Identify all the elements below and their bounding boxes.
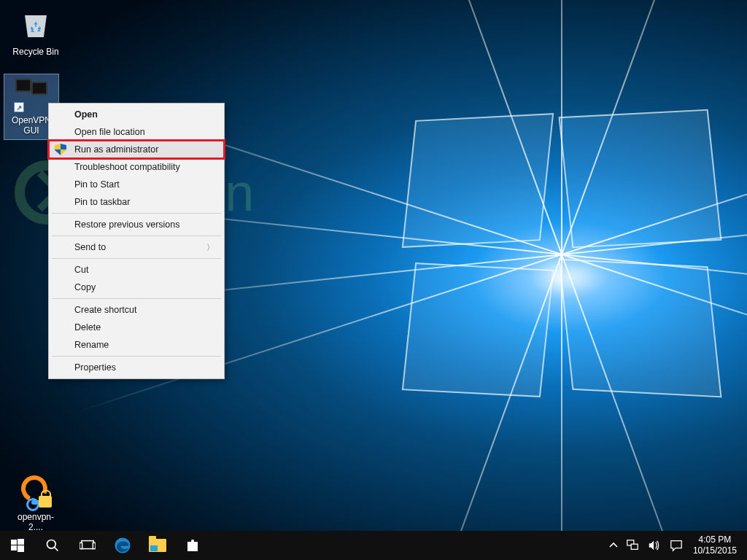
menu-separator <box>52 236 221 236</box>
menu-item-delete[interactable]: Delete <box>51 319 222 336</box>
wallpaper-pane <box>559 109 722 249</box>
menu-item-rename[interactable]: Rename <box>51 336 222 354</box>
menu-item-label: Properties <box>74 362 116 373</box>
store-icon <box>185 538 200 553</box>
menu-item-create-shortcut[interactable]: Create shortcut <box>51 301 222 319</box>
menu-item-label: Send to <box>74 242 106 252</box>
desktop-icon-label: Recycle Bin <box>10 47 61 57</box>
taskbar-app-file-explorer[interactable] <box>140 531 175 560</box>
svg-rect-0 <box>11 540 17 545</box>
task-view-button[interactable] <box>70 531 105 560</box>
desktop-icon-label: openvpn-2.... <box>10 512 61 533</box>
menu-separator <box>52 213 221 214</box>
menu-item-open[interactable]: Open <box>51 106 222 123</box>
menu-separator <box>52 298 221 299</box>
action-center-icon <box>670 539 683 552</box>
menu-item-label: Open <box>74 109 98 120</box>
menu-item-pin-start[interactable]: Pin to Start <box>51 176 222 193</box>
menu-item-properties[interactable]: Properties <box>51 359 222 376</box>
taskbar-app-edge[interactable] <box>105 531 140 560</box>
menu-item-label: Copy <box>74 282 96 292</box>
sound-icon <box>648 539 661 552</box>
svg-rect-3 <box>18 545 24 552</box>
svg-point-4 <box>47 540 56 549</box>
task-view-icon <box>80 539 96 552</box>
menu-item-label: Run as administrator <box>74 144 158 155</box>
svg-rect-8 <box>93 542 96 548</box>
taskbar-spacer <box>210 531 605 560</box>
recycle-bin-icon <box>18 9 53 44</box>
tray-action-center-button[interactable] <box>665 539 687 552</box>
taskbar-clock[interactable]: 4:05 PM 10/15/2015 <box>687 534 743 556</box>
uac-shield-icon <box>55 144 66 155</box>
tray-network-button[interactable] <box>622 539 643 552</box>
menu-item-pin-taskbar[interactable]: Pin to taskbar <box>51 193 222 211</box>
menu-item-copy[interactable]: Copy <box>51 279 222 296</box>
taskbar-app-store[interactable] <box>175 531 210 560</box>
tray-sound-button[interactable] <box>643 539 665 552</box>
svg-line-5 <box>55 548 58 551</box>
search-button[interactable] <box>35 531 70 560</box>
start-button[interactable] <box>0 531 35 560</box>
menu-item-troubleshoot[interactable]: Troubleshoot compatibility <box>51 158 222 176</box>
folder-icon <box>149 539 166 552</box>
windows-logo-icon <box>11 539 24 552</box>
svg-rect-2 <box>11 545 17 551</box>
menu-item-open-file-location[interactable]: Open file location <box>51 123 222 141</box>
menu-item-label: Delete <box>74 322 101 332</box>
chevron-right-icon: 〉 <box>206 242 214 253</box>
tray-overflow-button[interactable] <box>605 541 622 550</box>
taskbar: 4:05 PM 10/15/2015 <box>0 531 747 560</box>
menu-item-restore[interactable]: Restore previous versions <box>51 216 222 233</box>
menu-item-label: Open file location <box>74 127 145 137</box>
svg-rect-1 <box>18 539 24 545</box>
menu-separator <box>52 356 221 357</box>
menu-item-label: Cut <box>74 265 88 275</box>
desktop-icon-recycle-bin[interactable]: Recycle Bin <box>9 6 63 60</box>
desktop-icon-openvpn-installer[interactable]: openvpn-2.... <box>9 471 63 536</box>
clock-time: 4:05 PM <box>693 534 737 545</box>
wallpaper-pane <box>402 113 554 248</box>
wallpaper-pane <box>559 259 722 398</box>
system-tray: 4:05 PM 10/15/2015 <box>605 531 747 560</box>
menu-item-run-as-admin[interactable]: Run as administrator <box>49 141 224 158</box>
menu-item-label: Pin to Start <box>74 179 120 190</box>
menu-item-label: Troubleshoot compatibility <box>74 162 180 172</box>
wallpaper-pane <box>402 262 554 397</box>
clock-date: 10/15/2015 <box>693 545 737 556</box>
svg-rect-11 <box>631 544 638 549</box>
menu-item-send-to[interactable]: Send to 〉 <box>51 238 222 256</box>
search-icon <box>45 538 60 553</box>
menu-item-label: Pin to taskbar <box>74 197 130 207</box>
menu-item-label: Restore previous versions <box>74 219 180 230</box>
network-icon <box>626 539 639 552</box>
openvpn-gui-icon: ↗ <box>14 77 49 112</box>
openvpn-installer-icon <box>18 474 53 509</box>
edge-icon <box>113 536 132 555</box>
svg-rect-7 <box>80 542 82 548</box>
menu-item-label: Rename <box>74 340 109 350</box>
menu-item-cut[interactable]: Cut <box>51 261 222 279</box>
menu-separator <box>52 258 221 259</box>
context-menu: Open Open file location Run as administr… <box>48 103 225 379</box>
svg-rect-6 <box>82 541 94 549</box>
shortcut-arrow-icon: ↗ <box>14 102 24 112</box>
menu-item-label: Create shortcut <box>74 305 136 315</box>
chevron-up-icon <box>609 541 618 550</box>
